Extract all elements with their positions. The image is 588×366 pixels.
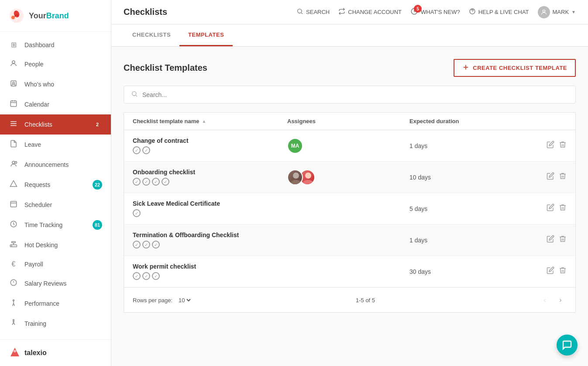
sidebar-item-people[interactable]: People xyxy=(0,54,111,74)
whats-new-button[interactable]: 5 WHAT'S NEW? xyxy=(410,7,460,17)
sidebar-item-label: Scheduler xyxy=(24,201,52,208)
svg-rect-16 xyxy=(10,201,17,207)
svg-line-37 xyxy=(301,13,303,14)
col-header-assignees: Assignees xyxy=(287,118,409,124)
user-name: MARK xyxy=(553,9,569,15)
col-header-duration: Expected duration xyxy=(409,118,532,124)
user-menu-button[interactable]: MARK ▼ xyxy=(538,6,576,18)
actions-cell xyxy=(532,235,567,245)
svg-point-14 xyxy=(15,162,17,164)
edit-button[interactable] xyxy=(547,141,554,151)
svg-point-46 xyxy=(293,173,299,179)
create-label: CREATE CHECKLIST TEMPLATE xyxy=(473,65,567,71)
search-button[interactable]: SEARCH xyxy=(296,8,330,16)
sidebar-item-payroll[interactable]: € Payroll xyxy=(0,255,111,273)
template-name-cell: Change of contract ✓ ✓ xyxy=(133,137,287,154)
template-name: Work permit checklist xyxy=(133,263,287,270)
rows-per-page-select[interactable]: 10 25 50 xyxy=(177,297,192,304)
main-area: Checklists SEARCH CHANGE ACCOUNT 5 WHAT xyxy=(111,0,588,366)
svg-rect-6 xyxy=(10,101,17,107)
template-name: Change of contract xyxy=(133,137,287,144)
sidebar-item-training[interactable]: Training xyxy=(0,314,111,334)
duration-cell: 1 days xyxy=(409,237,532,244)
check-icon: ✓ xyxy=(133,241,141,249)
topbar: Checklists SEARCH CHANGE ACCOUNT 5 WHAT xyxy=(111,0,588,24)
template-checks: ✓ ✓ xyxy=(133,146,287,154)
edit-button[interactable] xyxy=(547,266,554,276)
prev-page-button[interactable]: ‹ xyxy=(539,294,551,306)
sidebar-item-announcements[interactable]: Announcements xyxy=(0,155,111,175)
talexio-logo: talexio xyxy=(9,347,47,359)
sidebar-item-scheduler[interactable]: Scheduler xyxy=(0,195,111,215)
svg-point-41 xyxy=(543,10,545,12)
duration-cell: 5 days xyxy=(409,205,532,212)
sidebar-item-checklists[interactable]: Checklists 2 xyxy=(0,114,111,135)
sidebar-item-label: Leave xyxy=(24,141,41,148)
help-icon xyxy=(469,8,476,16)
check-icon: ✓ xyxy=(133,272,141,280)
sidebar-item-label: Requests xyxy=(24,181,50,188)
calendar-icon xyxy=(9,100,18,109)
delete-button[interactable] xyxy=(559,235,567,245)
sidebar-item-label: Hot Desking xyxy=(24,242,58,249)
sidebar-item-calendar[interactable]: Calendar xyxy=(0,94,111,114)
sort-icon[interactable]: ▲ xyxy=(202,119,206,124)
sidebar-item-dashboard[interactable]: ⊞ Dashboard xyxy=(0,35,111,54)
sidebar-item-label: Salary Reviews xyxy=(24,280,66,287)
sidebar-item-whos-who[interactable]: Who's who xyxy=(0,74,111,94)
table-row: Onboarding checklist ✓ ✓ ✓ ✓ xyxy=(124,162,575,193)
sidebar-item-requests[interactable]: Requests 22 xyxy=(0,175,111,195)
svg-line-28 xyxy=(14,304,14,306)
templates-table: Checklist template name ▲ Assignees Expe… xyxy=(124,112,576,313)
sidebar-item-hot-desking[interactable]: Hot Desking xyxy=(0,235,111,255)
create-checklist-template-button[interactable]: CREATE CHECKLIST TEMPLATE xyxy=(454,59,576,77)
scheduler-icon xyxy=(9,200,18,210)
duration-cell: 1 days xyxy=(409,142,532,149)
delete-button[interactable] xyxy=(559,204,567,214)
delete-button[interactable] xyxy=(559,141,567,151)
col-header-actions xyxy=(532,118,567,124)
sidebar-item-performance[interactable]: Performance xyxy=(0,293,111,314)
logo[interactable]: YourBrand xyxy=(0,0,111,32)
edit-button[interactable] xyxy=(547,235,554,245)
search-input[interactable] xyxy=(142,91,568,98)
check-icon: ✓ xyxy=(162,178,169,186)
announcements-icon xyxy=(9,160,18,169)
svg-point-25 xyxy=(13,300,14,301)
template-checks: ✓ ✓ ✓ xyxy=(133,272,287,280)
check-icon: ✓ xyxy=(142,241,150,249)
check-icon: ✓ xyxy=(142,178,150,186)
search-bar-icon xyxy=(131,90,138,99)
svg-line-32 xyxy=(14,323,15,325)
template-name: Sick Leave Medical Certificate xyxy=(133,200,287,207)
sidebar-item-time-tracking[interactable]: Time Tracking 81 xyxy=(0,215,111,235)
actions-cell xyxy=(532,141,567,151)
edit-button[interactable] xyxy=(547,172,554,182)
inner-content: Checklist Templates CREATE CHECKLIST TEM… xyxy=(111,47,588,325)
tab-templates[interactable]: TEMPLATES xyxy=(179,24,233,46)
sidebar-item-label: Training xyxy=(24,320,46,327)
sidebar-item-salary-reviews[interactable]: Salary Reviews xyxy=(0,273,111,293)
people-icon xyxy=(9,59,18,69)
template-checks: ✓ ✓ ✓ ✓ xyxy=(133,178,287,186)
template-checks: ✓ xyxy=(133,209,287,217)
sidebar-item-leave[interactable]: Leave xyxy=(0,135,111,155)
tab-checklists[interactable]: CHECKLISTS xyxy=(124,24,179,46)
time-tracking-badge: 81 xyxy=(93,220,102,230)
sidebar-item-label: Announcements xyxy=(24,161,69,168)
help-button[interactable]: HELP & LIVE CHAT xyxy=(469,8,529,16)
edit-button[interactable] xyxy=(547,204,554,214)
check-icon: ✓ xyxy=(152,272,160,280)
check-icon: ✓ xyxy=(142,272,150,280)
topbar-actions: SEARCH CHANGE ACCOUNT 5 WHAT'S NEW? H xyxy=(296,6,576,18)
sidebar-item-label: Checklists xyxy=(24,121,52,128)
delete-button[interactable] xyxy=(559,172,567,182)
svg-point-44 xyxy=(132,92,136,96)
fab-chat-button[interactable] xyxy=(557,335,578,356)
section-title: Checklist Templates xyxy=(124,63,207,73)
next-page-button[interactable]: › xyxy=(554,294,567,306)
col-header-name: Checklist template name ▲ xyxy=(133,118,287,124)
duration-cell: 10 days xyxy=(409,174,532,181)
delete-button[interactable] xyxy=(559,266,567,276)
change-account-button[interactable]: CHANGE ACCOUNT xyxy=(338,8,402,16)
